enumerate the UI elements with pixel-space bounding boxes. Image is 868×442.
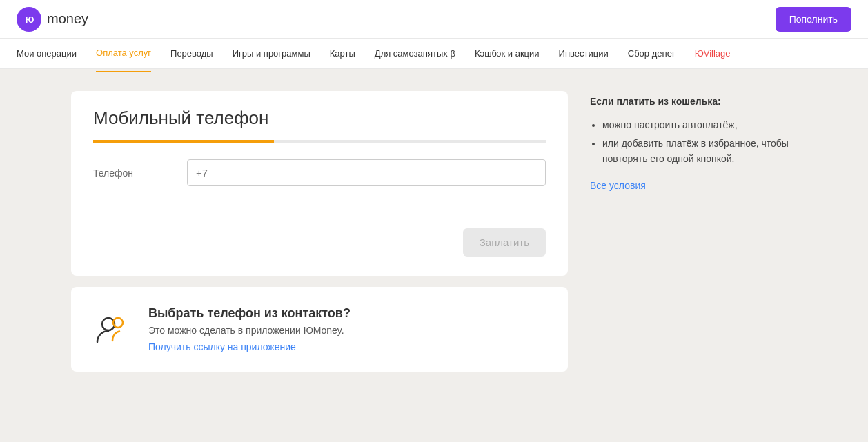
sidebar-title: Если платить из кошелька: bbox=[590, 94, 797, 109]
sidebar-conditions-link[interactable]: Все условия bbox=[590, 180, 646, 191]
topup-button[interactable]: Пополнить bbox=[776, 7, 851, 32]
main-nav: Мои операции Оплата услуг Переводы Игры … bbox=[0, 39, 868, 69]
nav-item-yuvillage[interactable]: ЮVillage bbox=[695, 36, 731, 72]
nav-item-cards[interactable]: Карты bbox=[330, 36, 355, 72]
sidebar-list-item-1: можно настроить автоплатёж, bbox=[602, 117, 797, 132]
sidebar-list-item-2: или добавить платёж в избранное, чтобы п… bbox=[602, 136, 797, 167]
nav-item-games[interactable]: Игры и программы bbox=[233, 36, 310, 72]
contacts-description: Это можно сделать в приложении ЮMoney. bbox=[148, 325, 351, 336]
right-sidebar: Если платить из кошелька: можно настроит… bbox=[590, 91, 797, 372]
phone-field-row: Телефон bbox=[93, 159, 546, 186]
svg-text:Ю: Ю bbox=[26, 15, 34, 25]
payment-form-card: Мобильный телефон Телефон Заплатить bbox=[71, 91, 568, 276]
form-header: Мобильный телефон bbox=[71, 91, 568, 143]
logo-text: money bbox=[47, 11, 88, 27]
phone-input[interactable] bbox=[187, 159, 546, 186]
progress-fill bbox=[93, 140, 274, 143]
contacts-card: Выбрать телефон из контактов? Это можно … bbox=[71, 287, 568, 372]
nav-item-fundraising[interactable]: Сбор денег bbox=[628, 36, 675, 72]
contacts-icon bbox=[93, 310, 132, 349]
main-content: Мобильный телефон Телефон Заплатить bbox=[55, 69, 813, 394]
form-divider bbox=[71, 214, 568, 214]
nav-item-cashback[interactable]: Кэшбэк и акции bbox=[475, 36, 540, 72]
form-title: Мобильный телефон bbox=[93, 108, 546, 129]
form-actions: Заплатить bbox=[71, 228, 568, 276]
form-body: Телефон bbox=[71, 159, 568, 214]
nav-item-investments[interactable]: Инвестиции bbox=[559, 36, 609, 72]
contacts-content: Выбрать телефон из контактов? Это можно … bbox=[148, 306, 351, 352]
nav-item-self-employed[interactable]: Для самозанятых β bbox=[375, 36, 455, 72]
sidebar-list: можно настроить автоплатёж, или добавить… bbox=[590, 117, 797, 166]
header: Ю money Пополнить bbox=[0, 0, 868, 39]
nav-item-my-operations[interactable]: Мои операции bbox=[17, 36, 77, 72]
logo-icon: Ю bbox=[17, 7, 41, 32]
nav-item-payment-services[interactable]: Оплата услуг bbox=[96, 35, 151, 72]
left-column: Мобильный телефон Телефон Заплатить bbox=[71, 91, 568, 372]
contacts-app-link[interactable]: Получить ссылку на приложение bbox=[148, 341, 296, 352]
contacts-title: Выбрать телефон из контактов? bbox=[148, 306, 351, 321]
progress-bar bbox=[93, 140, 546, 143]
sidebar-info: Если платить из кошелька: можно настроит… bbox=[590, 94, 797, 193]
logo[interactable]: Ю money bbox=[17, 7, 88, 32]
pay-button[interactable]: Заплатить bbox=[463, 228, 546, 257]
phone-label: Телефон bbox=[93, 168, 176, 179]
nav-item-transfers[interactable]: Переводы bbox=[170, 36, 213, 72]
